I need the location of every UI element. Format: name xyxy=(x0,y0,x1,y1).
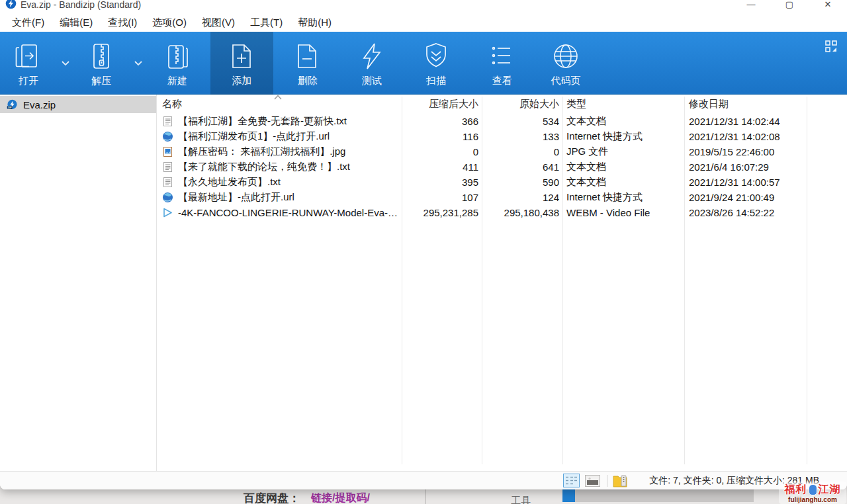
cell-name: 【永久地址发布页】.txt xyxy=(157,176,402,189)
table-row[interactable]: 【永久地址发布页】.txt395590文本文档2021/12/31 14:00:… xyxy=(157,175,847,190)
toolbar-dropdown-chevron-icon[interactable] xyxy=(130,32,147,95)
table-row[interactable]: -4K-FANCOO-LINGERIE-RUNWAY-Model-Eva-…29… xyxy=(157,205,847,220)
url-file-icon xyxy=(162,131,173,142)
toolbar-button-open-archive[interactable]: 打开 xyxy=(2,32,55,95)
customize-toolbar-icon[interactable] xyxy=(825,40,839,54)
toolbar: 打开解压新建添加删除测试扫描查看代码页 xyxy=(0,32,847,95)
menu-item-2[interactable]: 查找(I) xyxy=(101,14,144,31)
toolbar-button-scan[interactable]: 扫描 xyxy=(410,32,463,95)
toolbar-button-add-files[interactable]: 添加 xyxy=(210,32,273,95)
toolbar-button-label: 新建 xyxy=(167,75,187,87)
cell-original-size: 641 xyxy=(482,161,562,173)
minimize-button[interactable]: — xyxy=(732,0,770,13)
file-name: 【永久地址发布页】.txt xyxy=(178,176,281,189)
toolbar-button-label: 查看 xyxy=(492,75,512,87)
bandizip-app-icon xyxy=(5,0,17,9)
cell-name: 【福利江湖发布页1】-点此打开.url xyxy=(157,130,402,143)
cell-type: Internet 快捷方式 xyxy=(562,130,684,143)
background-tools-label: 工具 xyxy=(511,495,531,504)
cell-packed-size: 366 xyxy=(402,116,482,127)
text-file-icon xyxy=(162,161,173,173)
cell-name: -4K-FANCOO-LINGERIE-RUNWAY-Model-Eva-… xyxy=(157,207,402,218)
toolbar-button-label: 扫描 xyxy=(426,75,446,87)
add-files-icon xyxy=(228,42,257,71)
cell-modified-date: 2021/6/4 16:07:29 xyxy=(684,161,807,173)
file-list-pane: 名称压缩后大小原始大小类型修改日期 【福利江湖】全免费-无套路-更新快.txt3… xyxy=(157,95,847,471)
scan-icon xyxy=(422,42,451,71)
table-row[interactable]: 【福利江湖】全免费-无套路-更新快.txt366534文本文档2021/12/3… xyxy=(157,114,847,129)
toolbar-button-label: 添加 xyxy=(232,75,252,87)
table-row[interactable]: 【最新地址】-点此打开.url107124Internet 快捷方式2021/9… xyxy=(157,190,847,205)
maximize-button[interactable]: ▢ xyxy=(770,0,809,13)
watermark-url: fulijianghu.com xyxy=(780,496,845,503)
statusbar-separator xyxy=(607,475,607,487)
toolbar-button-view[interactable]: 查看 xyxy=(476,32,529,95)
table-row[interactable]: 【解压密码： 来福利江湖找福利】.jpg00JPG 文件2019/5/15 22… xyxy=(157,144,847,159)
cell-modified-date: 2021/12/31 14:02:08 xyxy=(684,131,807,142)
tree-item-evazip[interactable]: ZIP Eva.zip xyxy=(0,96,156,113)
details-view-icon[interactable] xyxy=(563,474,580,487)
background-divider xyxy=(425,489,426,504)
toolbar-button-label: 测试 xyxy=(362,75,382,87)
toolbar-button-new-archive[interactable]: 新建 xyxy=(151,32,204,95)
cell-modified-date: 2021/12/31 14:02:44 xyxy=(684,116,807,127)
cell-modified-date: 2023/8/26 14:52:22 xyxy=(684,207,807,218)
watermark: 福利 江湖 fulijianghu.com xyxy=(779,482,846,504)
close-button[interactable]: ✕ xyxy=(809,0,847,13)
toolbar-button-delete[interactable]: 删除 xyxy=(281,32,334,95)
cell-name: 【来了就能下载的论坛，纯免费！】.txt xyxy=(157,161,402,173)
column-header-1[interactable]: 压缩后大小 xyxy=(402,98,482,110)
cell-modified-date: 2019/5/15 22:46:00 xyxy=(684,146,807,157)
file-name: 【福利江湖发布页1】-点此打开.url xyxy=(178,130,330,143)
view-toggle-group xyxy=(563,474,633,487)
window-title: Eva.zip - Bandizip (Standard) xyxy=(21,0,141,10)
table-row[interactable]: 【福利江湖发布页1】-点此打开.url116133Internet 快捷方式20… xyxy=(157,129,847,144)
mouse-icon xyxy=(809,484,817,495)
cell-modified-date: 2021/9/24 21:00:49 xyxy=(684,192,807,203)
table-row[interactable]: 【来了就能下载的论坛，纯免费！】.txt411641文本文档2021/6/4 1… xyxy=(157,159,847,175)
menu-item-0[interactable]: 文件(F) xyxy=(5,14,51,31)
baidu-link[interactable]: 链接/提取码/ xyxy=(311,491,370,504)
column-separator[interactable] xyxy=(402,97,402,464)
url-file-icon xyxy=(162,192,173,203)
cell-type: WEBM - Video File xyxy=(562,207,684,218)
cell-packed-size: 411 xyxy=(402,161,482,173)
menu-item-1[interactable]: 编辑(E) xyxy=(53,14,99,31)
toolbar-button-label: 删除 xyxy=(298,75,318,87)
file-name: 【解压密码： 来福利江湖找福利】.jpg xyxy=(178,146,345,158)
preview-view-icon[interactable] xyxy=(585,475,600,487)
baidu-pan-label: 百度网盘： xyxy=(244,491,300,504)
column-separator[interactable] xyxy=(684,97,685,464)
watermark-title: 福利 江湖 xyxy=(780,483,845,497)
column-separator[interactable] xyxy=(562,97,563,464)
sort-ascending-icon[interactable] xyxy=(273,95,283,100)
cell-modified-date: 2021/12/31 14:00:57 xyxy=(684,177,807,188)
list-header: 名称压缩后大小原始大小类型修改日期 xyxy=(157,95,847,114)
column-header-2[interactable]: 原始大小 xyxy=(482,98,562,110)
toolbar-button-codepage[interactable]: 代码页 xyxy=(533,32,598,95)
window-controls: — ▢ ✕ xyxy=(732,0,847,13)
column-separator[interactable] xyxy=(807,97,807,464)
cell-original-size: 295,180,438 xyxy=(482,207,562,218)
menu-item-3[interactable]: 选项(O) xyxy=(146,14,193,31)
watermark-text-left: 福利 xyxy=(785,483,807,497)
menu-item-5[interactable]: 工具(T) xyxy=(244,14,289,31)
toolbar-button-test[interactable]: 测试 xyxy=(345,32,398,95)
video-file-icon xyxy=(162,207,173,218)
toolbar-button-extract[interactable]: 解压 xyxy=(75,32,128,95)
toolbar-button-label: 解压 xyxy=(91,75,111,87)
column-header-4[interactable]: 修改日期 xyxy=(684,98,807,110)
cell-name: 【最新地址】-点此打开.url xyxy=(157,191,402,204)
cell-packed-size: 395 xyxy=(402,177,482,188)
menu-bar: 文件(F)编辑(E)查找(I)选项(O)视图(V)工具(T)帮助(H) xyxy=(0,13,847,32)
tree-item-label: Eva.zip xyxy=(23,99,56,110)
column-separator[interactable] xyxy=(482,97,482,464)
menu-item-6[interactable]: 帮助(H) xyxy=(291,14,338,31)
bandizip-window: Eva.zip - Bandizip (Standard) — ▢ ✕ 文件(F… xyxy=(0,0,847,489)
open-folder-icon[interactable] xyxy=(613,474,627,487)
toolbar-dropdown-chevron-icon[interactable] xyxy=(57,32,74,95)
file-name: -4K-FANCOO-LINGERIE-RUNWAY-Model-Eva-… xyxy=(178,207,398,218)
menu-item-4[interactable]: 视图(V) xyxy=(195,14,242,31)
image-file-icon xyxy=(162,146,173,157)
column-header-3[interactable]: 类型 xyxy=(562,98,684,110)
